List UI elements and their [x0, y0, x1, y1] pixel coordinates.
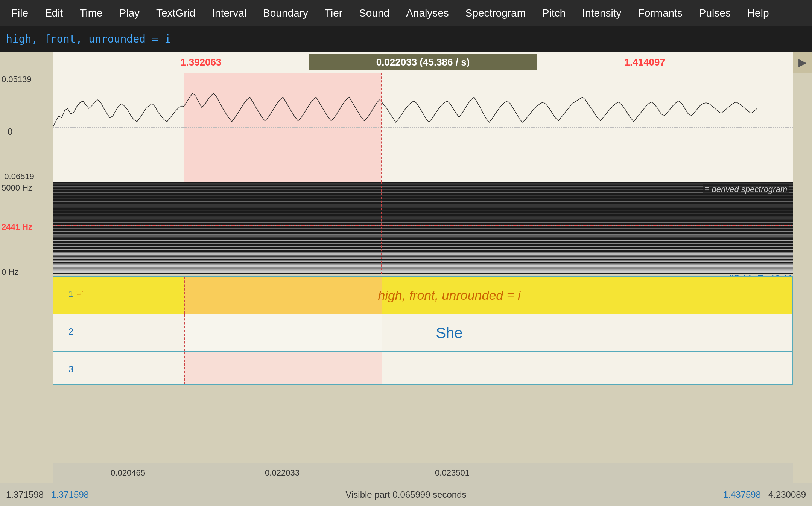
spectrogram-top-label: 5000 Hz [2, 183, 32, 193]
menu-help[interactable]: Help [739, 4, 777, 22]
tier2-text-center: She [106, 314, 792, 351]
tier2-right-cursor [382, 314, 382, 351]
waveform-zero-label: 0 [8, 126, 12, 137]
menu-boundary[interactable]: Boundary [255, 4, 316, 22]
ruler-left-time: 1.392063 [181, 56, 221, 68]
time-ruler: 1.392063 0.022033 (45.386 / s) 1.414097 [53, 52, 793, 73]
menu-textgrid[interactable]: TextGrid [148, 4, 204, 22]
tier1-row[interactable]: 1 ☞ high, front, unrounded = i [53, 277, 792, 314]
menu-interval[interactable]: Interval [204, 4, 255, 22]
right-arrow-button[interactable]: ▶ [793, 52, 812, 73]
menu-time[interactable]: Time [71, 4, 111, 22]
tier2-num: 2 [68, 326, 73, 337]
tier2-text: She [436, 325, 462, 341]
tier1-right-cursor [382, 277, 382, 314]
tier3-num: 3 [68, 364, 73, 375]
menu-play[interactable]: Play [111, 4, 148, 22]
status-bar: 1.371598 1.371598 Visible part 0.065999 … [0, 483, 812, 506]
spectrogram-bottom-label: 0 Hz [2, 267, 18, 277]
tier2-left-cursor [184, 314, 185, 351]
menu-edit[interactable]: Edit [36, 4, 71, 22]
info-text: high, front, unrounded = i [6, 33, 171, 45]
tick-left: 0.020465 [111, 468, 145, 478]
ruler-center-time: 0.022033 (45.386 / s) [376, 56, 470, 68]
tier3-row[interactable]: 3 [53, 352, 792, 384]
ticks-area: 0.020465 0.022033 0.023501 [53, 463, 793, 483]
tier3-left-cursor [184, 352, 185, 384]
waveform-area[interactable] [53, 73, 793, 182]
menu-spectrogram[interactable]: Spectrogram [457, 4, 534, 22]
spectrogram-svg [53, 182, 793, 274]
menu-pitch[interactable]: Pitch [534, 4, 574, 22]
menu-formants[interactable]: Formants [630, 4, 691, 22]
spec-right-cursor [381, 182, 382, 274]
waveform-top-label: 0.05139 [2, 75, 32, 84]
status-center-text: Visible part 0.065999 seconds [96, 489, 716, 500]
menu-intensity[interactable]: Intensity [574, 4, 630, 22]
right-arrow-icon: ▶ [798, 56, 807, 69]
tier1-left-cursor [184, 277, 185, 314]
menu-bar: File Edit Time Play TextGrid Interval Bo… [0, 0, 812, 26]
status-right-time: 4.230089 [761, 489, 806, 500]
waveform-bottom-label: -0.06519 [2, 172, 34, 181]
waveform-left-cursor [184, 73, 184, 182]
tier2-row[interactable]: 2 She [53, 314, 792, 352]
spec-left-cursor [184, 182, 184, 274]
spectrogram-area[interactable] [53, 182, 793, 274]
menu-tier[interactable]: Tier [316, 4, 351, 22]
main-area: 1.392063 0.022033 (45.386 / s) 1.414097 … [0, 52, 812, 506]
menu-analyses[interactable]: Analyses [398, 4, 457, 22]
menu-pulses[interactable]: Pulses [691, 4, 739, 22]
tier1-text-center: high, front, unrounded = i [106, 277, 792, 314]
tier3-right-cursor [382, 352, 382, 384]
menu-sound[interactable]: Sound [351, 4, 398, 22]
status-right-time-blue: 1.437598 [716, 489, 761, 500]
spectrogram-label: ≡ derived spectrogram [703, 184, 790, 195]
tick-center: 0.022033 [265, 468, 300, 478]
waveform-right-cursor [381, 73, 382, 182]
status-left-time-blue: 1.371598 [51, 489, 96, 500]
status-left-time: 1.371598 [6, 489, 51, 500]
tier1-icon: ☞ [76, 288, 84, 298]
spectrogram-mid-label: 2441 Hz [2, 222, 32, 232]
ruler-center-box[interactable]: 0.022033 (45.386 / s) [309, 54, 537, 70]
waveform-svg [53, 73, 793, 182]
tier1-num: 1 [68, 289, 73, 299]
textgrid-section[interactable]: 1 ☞ high, front, unrounded = i Phone (3/… [53, 276, 793, 385]
menu-file[interactable]: File [3, 4, 36, 22]
tick-right: 0.023501 [435, 468, 470, 478]
info-bar: high, front, unrounded = i [0, 26, 812, 52]
tier-selection-3 [184, 352, 382, 384]
tier1-text: high, front, unrounded = i [378, 288, 521, 303]
ruler-right-time: 1.414097 [625, 56, 665, 68]
